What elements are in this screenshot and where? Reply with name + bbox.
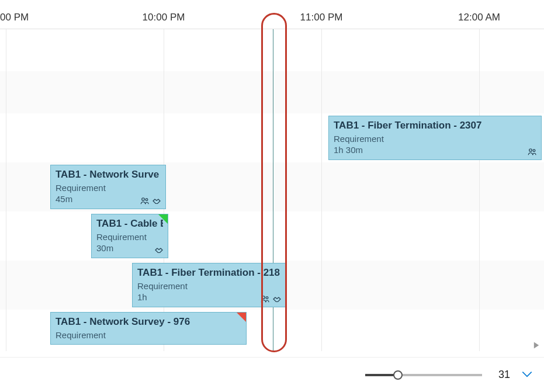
booking-duration: 1h 30m (334, 145, 536, 155)
booking-title: TAB1 - Network Survey - 976 (56, 316, 241, 328)
card-cable-e[interactable]: TAB1 - Cable ERequirement30m (91, 214, 168, 258)
time-label: 10:00 PM (143, 12, 185, 23)
booking-type: Requirement (56, 183, 161, 193)
svg-point-5 (266, 297, 268, 299)
card-fiber-218[interactable]: TAB1 - Fiber Termination - 218Requiremen… (132, 263, 286, 307)
booking-duration: 30m (96, 243, 163, 253)
zoom-slider[interactable] (365, 374, 482, 376)
status-corner-tag (158, 214, 168, 224)
booking-type: Requirement (96, 232, 163, 242)
footer-bar: 31 (0, 357, 544, 392)
svg-point-0 (529, 149, 532, 152)
scroll-right-arrow[interactable] (532, 341, 540, 351)
card-network-976[interactable]: TAB1 - Network Survey - 976Requirement (50, 312, 247, 345)
card-fiber-2307[interactable]: TAB1 - Fiber Termination - 2307Requireme… (328, 116, 542, 160)
svg-point-1 (533, 150, 535, 152)
svg-point-3 (145, 199, 148, 201)
people-icon (527, 147, 538, 157)
booking-type: Requirement (137, 281, 281, 291)
status-corner-tag (237, 313, 246, 322)
handshake-icon (272, 294, 282, 304)
resource-row[interactable] (0, 71, 544, 113)
resource-row[interactable] (0, 211, 544, 261)
booking-title: TAB1 - Fiber Termination - 2307 (334, 120, 536, 131)
resource-row[interactable] (0, 29, 544, 71)
people-icon (140, 196, 150, 206)
hour-gridline (479, 29, 480, 351)
hour-gridline (6, 29, 6, 351)
booking-icons (260, 294, 282, 304)
zoom-collapse-toggle[interactable] (521, 367, 533, 383)
people-icon (260, 294, 271, 304)
booking-icons (140, 196, 162, 206)
hour-gridline (321, 29, 322, 351)
time-label: 12:00 AM (458, 12, 500, 23)
schedule-board: 00 PM10:00 PM11:00 PM12:00 AM TAB1 - Fib… (0, 0, 544, 392)
booking-type: Requirement (334, 134, 536, 144)
card-network-surve[interactable]: TAB1 - Network SurveRequirement45m (50, 165, 166, 209)
zoom-slider-thumb[interactable] (393, 370, 403, 380)
booking-icons (154, 245, 164, 255)
svg-point-4 (262, 296, 265, 299)
booking-type: Requirement (56, 330, 241, 340)
booking-title: TAB1 - Network Surve (56, 169, 161, 181)
booking-icons (527, 147, 538, 157)
booking-title: TAB1 - Cable E (96, 218, 163, 230)
svg-point-2 (142, 198, 145, 201)
time-label: 00 PM (0, 12, 29, 23)
time-ruler: 00 PM10:00 PM11:00 PM12:00 AM (0, 0, 544, 29)
handshake-icon (151, 196, 162, 206)
time-label: 11:00 PM (300, 12, 343, 23)
booking-title: TAB1 - Fiber Termination - 218 (137, 267, 281, 279)
handshake-icon (154, 245, 164, 255)
schedule-body[interactable]: TAB1 - Fiber Termination - 2307Requireme… (0, 29, 544, 351)
zoom-value: 31 (493, 369, 510, 381)
